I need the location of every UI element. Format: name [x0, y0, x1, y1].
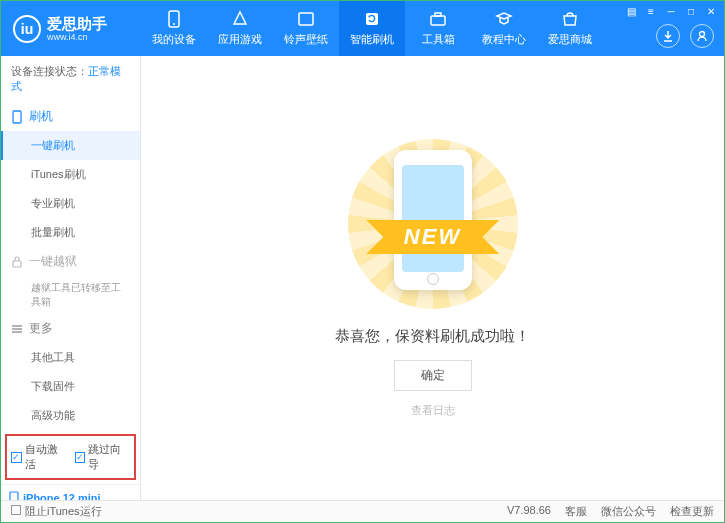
main-content: NEW 恭喜您，保资料刷机成功啦！ 确定 查看日志	[141, 56, 724, 500]
svg-point-6	[700, 32, 705, 37]
svg-rect-7	[13, 111, 21, 123]
flash-icon	[363, 10, 381, 28]
menu-icon[interactable]: ▤	[624, 4, 638, 18]
new-ribbon: NEW	[386, 220, 479, 254]
sidebar: 设备连接状态：正常模式 刷机 一键刷机 iTunes刷机 专业刷机 批量刷机 一…	[1, 56, 141, 500]
lock-icon	[11, 256, 23, 268]
statusbar: 阻止iTunes运行 V7.98.66 客服 微信公众号 检查更新	[1, 500, 724, 522]
nav-flash[interactable]: 智能刷机	[339, 1, 405, 56]
phone-icon	[165, 10, 183, 28]
success-message: 恭喜您，保资料刷机成功啦！	[335, 327, 530, 346]
phone-small-icon	[11, 110, 23, 124]
svg-rect-8	[13, 261, 21, 267]
header-right-icons	[656, 24, 714, 48]
more-icon	[11, 324, 23, 334]
toolbox-icon	[429, 10, 447, 28]
section-more[interactable]: 更多	[1, 314, 140, 343]
svg-rect-5	[435, 13, 441, 16]
app-logo-icon: iu	[13, 15, 41, 43]
section-jailbreak: 一键越狱	[1, 247, 140, 276]
connection-status: 设备连接状态：正常模式	[1, 56, 140, 102]
minimize-icon[interactable]: ─	[664, 4, 678, 18]
view-log-link[interactable]: 查看日志	[411, 403, 455, 418]
nav-apps[interactable]: 应用游戏	[207, 1, 273, 56]
apps-icon	[231, 10, 249, 28]
wallpaper-icon	[297, 10, 315, 28]
nav-ringtones[interactable]: 铃声壁纸	[273, 1, 339, 56]
download-icon[interactable]	[656, 24, 680, 48]
sidebar-item-download[interactable]: 下载固件	[1, 372, 140, 401]
sidebar-item-advanced[interactable]: 高级功能	[1, 401, 140, 430]
window-controls: ▤ ≡ ─ □ ✕	[624, 4, 718, 18]
wechat-link[interactable]: 微信公众号	[601, 504, 656, 519]
success-illustration: NEW	[348, 139, 518, 309]
ok-button[interactable]: 确定	[394, 360, 472, 391]
block-itunes-checkbox[interactable]: 阻止iTunes运行	[11, 504, 102, 519]
service-link[interactable]: 客服	[565, 504, 587, 519]
logo-area: iu 爱思助手 www.i4.cn	[1, 15, 141, 43]
version-label: V7.98.66	[507, 504, 551, 519]
section-flash[interactable]: 刷机	[1, 102, 140, 131]
tutorial-icon	[495, 10, 513, 28]
nav-tutorials[interactable]: 教程中心	[471, 1, 537, 56]
svg-rect-4	[431, 16, 445, 25]
app-url: www.i4.cn	[47, 32, 107, 42]
settings-icon[interactable]: ≡	[644, 4, 658, 18]
checkbox-skip-guide[interactable]: ✓跳过向导	[75, 442, 131, 472]
sidebar-item-batch[interactable]: 批量刷机	[1, 218, 140, 247]
checkbox-row: ✓自动激活 ✓跳过向导	[5, 434, 136, 480]
user-icon[interactable]	[690, 24, 714, 48]
svg-rect-2	[299, 13, 313, 25]
app-name: 爱思助手	[47, 16, 107, 32]
titlebar: iu 爱思助手 www.i4.cn 我的设备 应用游戏 铃声壁纸 智能刷机 工具…	[1, 1, 724, 56]
close-icon[interactable]: ✕	[704, 4, 718, 18]
sidebar-item-other[interactable]: 其他工具	[1, 343, 140, 372]
sidebar-item-oneclick[interactable]: 一键刷机	[1, 131, 140, 160]
nav-store[interactable]: 爱思商城	[537, 1, 603, 56]
nav-my-device[interactable]: 我的设备	[141, 1, 207, 56]
checkbox-auto-activate[interactable]: ✓自动激活	[11, 442, 67, 472]
sidebar-item-itunes[interactable]: iTunes刷机	[1, 160, 140, 189]
store-icon	[561, 10, 579, 28]
update-link[interactable]: 检查更新	[670, 504, 714, 519]
main-nav: 我的设备 应用游戏 铃声壁纸 智能刷机 工具箱 教程中心 爱思商城	[141, 1, 603, 56]
jailbreak-note: 越狱工具已转移至工具箱	[1, 276, 140, 314]
sidebar-item-pro[interactable]: 专业刷机	[1, 189, 140, 218]
svg-point-1	[173, 23, 175, 25]
maximize-icon[interactable]: □	[684, 4, 698, 18]
nav-toolbox[interactable]: 工具箱	[405, 1, 471, 56]
